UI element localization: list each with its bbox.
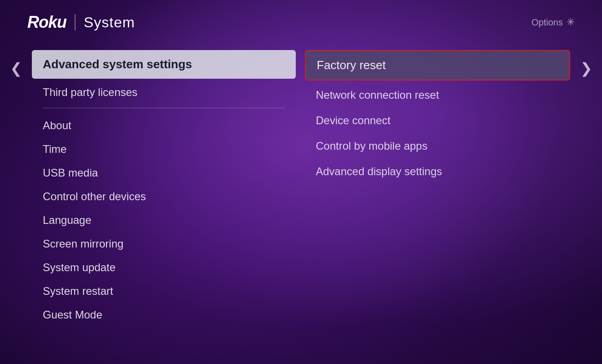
menu-item-about[interactable]: About (32, 114, 296, 137)
menu-item-system-restart[interactable]: System restart (32, 279, 296, 303)
menu-item-system-update[interactable]: System update (32, 256, 296, 279)
right-panel: Factory reset Network connection reset D… (296, 50, 570, 327)
menu-item-guest-mode[interactable]: Guest Mode (32, 303, 296, 327)
menu-item-advanced-system-settings[interactable]: Advanced system settings (32, 50, 296, 79)
menu-divider (43, 108, 285, 108)
main-content: ❮ Advanced system settings Third party l… (0, 41, 602, 336)
roku-logo: Roku (27, 13, 66, 32)
options-icon: ✳ (567, 16, 575, 28)
menu-item-language[interactable]: Language (32, 208, 296, 232)
right-item-device-connect[interactable]: Device connect (305, 108, 570, 133)
right-item-advanced-display-settings[interactable]: Advanced display settings (305, 159, 570, 184)
header-divider (75, 14, 76, 30)
header: Roku System Options ✳ (0, 0, 602, 41)
right-item-network-connection-reset[interactable]: Network connection reset (305, 82, 570, 108)
left-arrow[interactable]: ❮ (5, 55, 27, 82)
header-left: Roku System (27, 13, 135, 32)
menu-item-screen-mirroring[interactable]: Screen mirroring (32, 232, 296, 256)
menu-item-usb-media[interactable]: USB media (32, 161, 296, 185)
options-label: Options (531, 17, 563, 28)
right-item-control-by-mobile-apps[interactable]: Control by mobile apps (305, 133, 570, 159)
menu-item-control-other-devices[interactable]: Control other devices (32, 185, 296, 208)
page-title: System (84, 14, 135, 31)
panels: Advanced system settings Third party lic… (27, 50, 575, 327)
right-arrow[interactable]: ❯ (575, 55, 597, 82)
options-button[interactable]: Options ✳ (531, 16, 575, 28)
menu-item-time[interactable]: Time (32, 137, 296, 161)
menu-item-third-party-licenses[interactable]: Third party licenses (32, 81, 296, 104)
right-item-factory-reset[interactable]: Factory reset (305, 50, 570, 81)
left-panel: Advanced system settings Third party lic… (32, 50, 296, 327)
